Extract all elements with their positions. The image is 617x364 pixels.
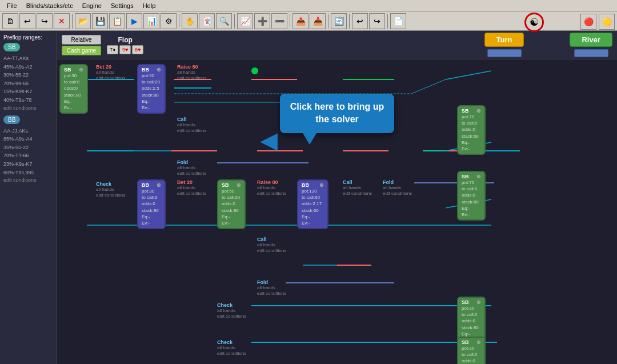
node-sb-very-bottom[interactable]: SB ⊕ pot:30 to call:0 odds:0 stack:80 Eq… bbox=[457, 337, 486, 364]
toolbar-reset[interactable]: 🔄 bbox=[331, 13, 347, 29]
sep2 bbox=[179, 14, 179, 29]
toolbar-close[interactable]: ✕ bbox=[54, 13, 70, 29]
toolbar-run[interactable]: ▶ bbox=[126, 13, 142, 29]
sep3 bbox=[234, 14, 235, 29]
node-sb-1[interactable]: SB ⊕ pot:30 to call:0 odds:0 stack:80 Eq… bbox=[59, 64, 88, 114]
toolbar-redo[interactable]: ↪ bbox=[369, 13, 385, 29]
fold-line bbox=[217, 162, 308, 163]
node-sb-right-1-plus[interactable]: ⊕ bbox=[476, 108, 481, 114]
menu-help[interactable]: Help bbox=[138, 1, 161, 10]
flop-card-1: T♦ bbox=[107, 45, 118, 54]
node-bb-row2-right-plus[interactable]: ⊕ bbox=[319, 182, 324, 188]
action-call-2-edit[interactable]: edit conditions bbox=[343, 191, 372, 196]
node-sb-right-1[interactable]: SB ⊕ pot:70 to call:0 odds:0 stack:60 Eq… bbox=[457, 105, 486, 155]
node-sb-1-plus[interactable]: ⊕ bbox=[79, 67, 83, 73]
action-call-2[interactable]: Call bbox=[343, 179, 352, 185]
toolbar-hand[interactable]: ✋ bbox=[182, 13, 198, 29]
action-check-1-edit[interactable]: edit conditions bbox=[96, 193, 125, 198]
river-button[interactable]: River bbox=[570, 33, 612, 47]
action-fold-3[interactable]: Fold bbox=[257, 279, 268, 285]
toolbar-save[interactable]: 💾 bbox=[92, 13, 108, 29]
action-check-3[interactable]: Check bbox=[217, 339, 233, 345]
flop-section: Flop T♦ 9♥ 6♥ bbox=[107, 36, 143, 54]
action-check-3-edit[interactable]: edit conditions bbox=[217, 351, 246, 356]
action-raise80-1[interactable]: Raise 80 bbox=[177, 64, 198, 70]
svg-line-16 bbox=[446, 71, 491, 79]
node-bb-1[interactable]: BB ⊕ pot:50 to call:20 odds:2.5 stack:80… bbox=[137, 64, 166, 114]
action-fold-1[interactable]: Fold bbox=[177, 159, 188, 165]
flop-card-2: 9♥ bbox=[119, 45, 131, 54]
node-sb-very-bottom-plus[interactable]: ⊕ bbox=[476, 339, 481, 345]
toolbar-back[interactable]: ↩ bbox=[19, 13, 35, 29]
action-bet20-2-edit[interactable]: edit conditions bbox=[177, 191, 206, 196]
toolbar-import[interactable]: 📥 bbox=[310, 13, 326, 29]
node-bb-row2-right[interactable]: BB ⊕ pot:130 to call:60 odds:2.17 stack:… bbox=[297, 179, 328, 229]
node-sb-row2-plus[interactable]: ⊕ bbox=[237, 182, 241, 188]
sidebar-bb-tag[interactable]: BB bbox=[3, 115, 20, 124]
toolbar-minimize[interactable]: 🔴 bbox=[580, 14, 596, 30]
turn-button[interactable]: Turn bbox=[484, 33, 524, 47]
sb-edit-conditions[interactable]: edit conditions bbox=[3, 105, 53, 111]
action-fold-2[interactable]: Fold bbox=[383, 179, 394, 185]
bb-edit-conditions[interactable]: edit conditions bbox=[3, 177, 53, 183]
node-bb-2-plus[interactable]: ⊕ bbox=[157, 182, 161, 188]
flop-label: Flop bbox=[118, 36, 132, 44]
node-sb-right-2-info: pot:70 to call:0 odds:0 stack:60 Eq:- Ev… bbox=[462, 179, 481, 218]
node-sb-1-info: pot:30 to call:0 odds:0 stack:80 Eq:- Ev… bbox=[64, 73, 83, 111]
menu-file[interactable]: File bbox=[2, 1, 22, 10]
action-bet20-1-edit[interactable]: edit conditions bbox=[96, 75, 125, 81]
action-raise80-2-edit[interactable]: edit conditions bbox=[257, 191, 286, 196]
sb-range-3: 30%-55-22 bbox=[3, 71, 53, 79]
menu-blinds[interactable]: Blinds/stacks/etc bbox=[22, 1, 78, 10]
action-check-1[interactable]: Check bbox=[96, 181, 111, 187]
action-call-1[interactable]: Call bbox=[177, 117, 187, 122]
action-check-2-edit[interactable]: edit conditions bbox=[217, 314, 246, 319]
toolbar-settings2[interactable]: ⚙ bbox=[161, 13, 177, 29]
toolbar-undo[interactable]: ↩ bbox=[352, 13, 368, 29]
sidebar: Preflop ranges: SB AA-TT,AKs 45%-A9s-A2 … bbox=[0, 31, 57, 364]
node-bb-2[interactable]: BB ⊕ pot:30 to call:0 odds:0 stack:80 Eq… bbox=[137, 179, 166, 229]
toolbar-analyze[interactable]: 🔍 bbox=[216, 13, 232, 29]
toolbar-stats[interactable]: 📈 bbox=[237, 13, 253, 29]
toolbar-plus[interactable]: ➕ bbox=[254, 13, 270, 29]
toolbar-minus[interactable]: ➖ bbox=[271, 13, 287, 29]
action-raise80-2[interactable]: Raise 80 bbox=[257, 179, 278, 185]
solver-tooltip[interactable]: Click here to bring up the solver bbox=[280, 94, 394, 133]
solver-icon-btn[interactable]: ☯ bbox=[524, 13, 544, 32]
toolbar-maximize[interactable]: 🟡 bbox=[599, 14, 615, 30]
toolbar-graph[interactable]: 📊 bbox=[143, 13, 159, 29]
sidebar-sb-tag[interactable]: SB bbox=[3, 43, 20, 51]
sb-range-1: AA-TT,AKs bbox=[3, 55, 53, 62]
action-bet20-1[interactable]: Bet 20 bbox=[96, 64, 111, 70]
action-call-1-edit[interactable]: edit conditions bbox=[177, 128, 206, 133]
action-call-3-sub: all hands bbox=[257, 242, 275, 247]
toolbar-save2[interactable]: 📋 bbox=[109, 13, 125, 29]
node-bb-2-header: BB ⊕ bbox=[142, 182, 161, 188]
node-sb-row2[interactable]: SB ⊕ pot:50 to call:20 odds:0 stack:80 E… bbox=[217, 179, 246, 229]
action-bet20-2[interactable]: Bet 20 bbox=[177, 179, 193, 185]
menu-bar: File Blinds/stacks/etc Engine Settings H… bbox=[0, 0, 617, 11]
action-raise-1-edit[interactable]: edit conditions bbox=[177, 75, 206, 81]
action-call-3[interactable]: Call bbox=[257, 237, 267, 242]
action-call-3-edit[interactable]: edit conditions bbox=[257, 248, 286, 253]
node-sb-bottom-right-plus[interactable]: ⊕ bbox=[476, 299, 481, 305]
toolbar-open[interactable]: 📂 bbox=[75, 13, 91, 29]
toolbar-doc[interactable]: 📄 bbox=[390, 13, 406, 29]
cash-game-button[interactable]: Cash game bbox=[62, 46, 101, 55]
node-sb-right-2[interactable]: SB ⊕ pot:70 to call:0 odds:0 stack:60 Eq… bbox=[457, 171, 486, 221]
toolbar-deal[interactable]: 🃏 bbox=[199, 13, 215, 29]
node-bb-1-plus[interactable]: ⊕ bbox=[157, 67, 161, 73]
menu-settings[interactable]: Settings bbox=[106, 1, 138, 10]
relative-button[interactable]: Relative bbox=[62, 35, 101, 45]
menu-engine[interactable]: Engine bbox=[78, 1, 106, 10]
node-sb-right-1-info: pot:70 to call:0 odds:0 stack:60 Eq:- Ev… bbox=[462, 114, 481, 152]
action-fold-2-edit[interactable]: edit conditions bbox=[383, 191, 412, 196]
toolbar-new[interactable]: 🗎 bbox=[2, 13, 18, 29]
action-fold-3-edit[interactable]: edit conditions bbox=[257, 291, 286, 296]
toolbar-export[interactable]: 📤 bbox=[293, 13, 308, 29]
action-fold-1-edit[interactable]: edit conditions bbox=[177, 171, 206, 176]
action-call-1-sub: all hands bbox=[177, 122, 195, 127]
toolbar-forward[interactable]: ↪ bbox=[37, 13, 53, 29]
node-sb-right-2-plus[interactable]: ⊕ bbox=[476, 174, 481, 179]
action-check-2[interactable]: Check bbox=[217, 302, 233, 308]
